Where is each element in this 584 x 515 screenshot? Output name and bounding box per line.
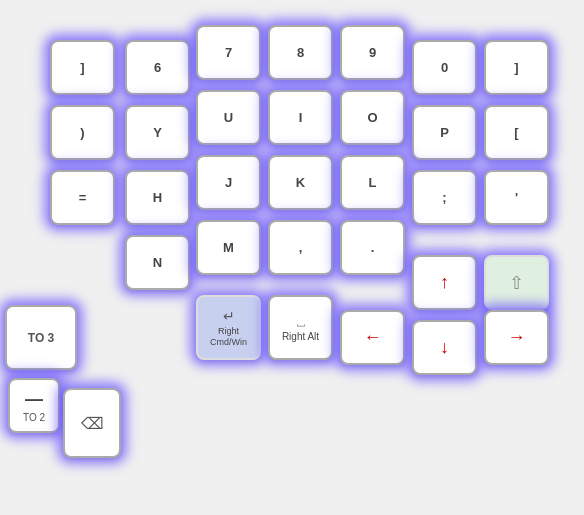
minus-icon: — [25,389,43,410]
arrow-right-icon: → [508,327,526,348]
key-u[interactable]: U [196,90,261,145]
key-0[interactable]: 0 [412,40,477,95]
arrow-left-icon: ← [364,327,382,348]
key-n[interactable]: N [125,235,190,290]
key-arrow-up[interactable]: ↑ [412,255,477,310]
key-6[interactable]: 6 [125,40,190,95]
key-bracket-close-top[interactable]: ] [50,40,115,95]
key-to2-right[interactable]: ⌫ [63,388,121,458]
to2-label: TO 2 [23,412,45,423]
key-j[interactable]: J [196,155,261,210]
enter-icon: ↵ [223,308,235,324]
key-quote[interactable]: ' [484,170,549,225]
shift-icon: ⇧ [509,272,524,294]
key-arrow-down[interactable]: ↓ [412,320,477,375]
key-k[interactable]: K [268,155,333,210]
arrow-down-icon: ↓ [440,337,449,358]
key-arrow-left[interactable]: ← [340,310,405,365]
key-right-alt[interactable]: ⎵ Right Alt [268,295,333,360]
key-to3[interactable]: TO 3 [5,305,77,370]
key-m[interactable]: M [196,220,261,275]
key-9[interactable]: 9 [340,25,405,80]
key-p[interactable]: P [412,105,477,160]
key-right-cmd[interactable]: ↵ RightCmd/Win [196,295,261,360]
key-l[interactable]: L [340,155,405,210]
keyboard-layout: ] 6 7 8 9 0 ] ) Y U I O P [ = H [0,0,584,515]
arrow-up-icon: ↑ [440,272,449,293]
key-equals[interactable]: = [50,170,115,225]
backspace-icon: ⌫ [81,414,104,433]
key-semicolon[interactable]: ; [412,170,477,225]
key-period[interactable]: . [340,220,405,275]
key-y[interactable]: Y [125,105,190,160]
key-o[interactable]: O [340,90,405,145]
key-paren-close[interactable]: ) [50,105,115,160]
key-bracket-close2[interactable]: ] [484,40,549,95]
key-arrow-right[interactable]: → [484,310,549,365]
right-cmd-label: RightCmd/Win [210,326,247,348]
key-7[interactable]: 7 [196,25,261,80]
key-8[interactable]: 8 [268,25,333,80]
key-shift-right[interactable]: ⇧ [484,255,549,310]
key-i[interactable]: I [268,90,333,145]
key-comma[interactable]: , [268,220,333,275]
to3-label: TO 3 [28,331,54,345]
key-to2-left[interactable]: — TO 2 [8,378,60,433]
right-alt-label: Right Alt [282,331,319,342]
space-icon: ⎵ [297,314,305,329]
key-h[interactable]: H [125,170,190,225]
key-bracket-open[interactable]: [ [484,105,549,160]
